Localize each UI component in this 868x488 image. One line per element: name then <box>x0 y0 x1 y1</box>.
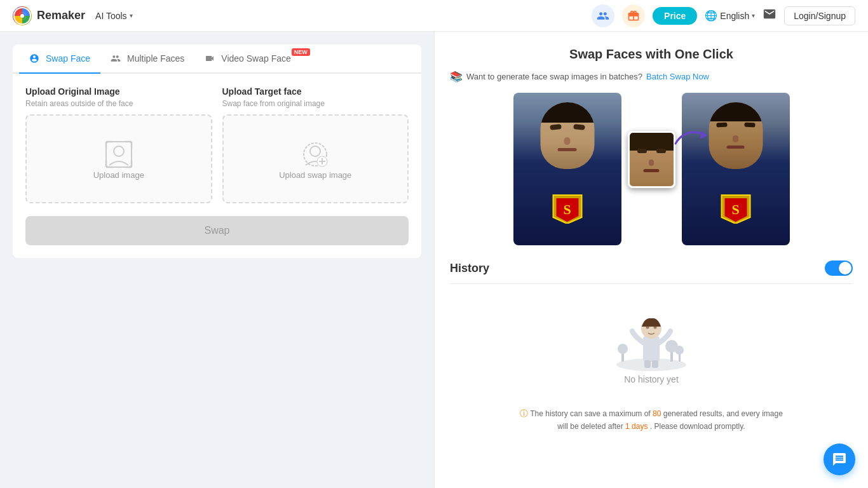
tabs-container: Swap Face Multiple Faces Video Swap Face… <box>13 44 421 74</box>
demo-image-original: S <box>513 93 621 245</box>
upload-target-dropzone[interactable]: Upload swap image <box>222 114 409 203</box>
ai-tools-menu[interactable]: AI Tools ▾ <box>90 8 138 24</box>
svg-text:S: S <box>731 201 739 217</box>
svg-point-2 <box>20 14 24 18</box>
demo-images: S <box>450 93 853 245</box>
header-left: Remaker AI Tools ▾ <box>13 6 138 25</box>
svg-rect-35 <box>652 360 658 368</box>
upload-row: Upload Original Image Retain areas outsi… <box>25 86 409 203</box>
svg-point-13 <box>310 146 320 156</box>
right-panel-title: Swap Faces with One Click <box>450 47 853 62</box>
brand-name: Remaker <box>37 9 85 22</box>
demo-image-result: S <box>682 93 790 245</box>
upload-target-title: Upload Target face <box>222 86 409 97</box>
history-note-part4: . Please download promptly. <box>650 422 745 431</box>
upload-target-box: Upload Target face Swap face from origin… <box>222 86 409 203</box>
history-note-part1: The history can save a maximum of <box>530 409 650 418</box>
history-note-part3: will be deleted after <box>557 422 623 431</box>
chevron-down-icon: ▾ <box>130 12 133 19</box>
history-note: ⓘ The history can save a maximum of 80 g… <box>450 407 853 433</box>
header-right: Price 🌐 English ▾ Login/Signup <box>592 4 855 27</box>
team-icon-button[interactable] <box>592 4 614 27</box>
history-empty-state: No history yet <box>450 292 853 407</box>
upload-original-title: Upload Original Image <box>25 86 212 97</box>
language-label: English <box>720 11 749 21</box>
svg-text:S: S <box>563 201 571 217</box>
face-upload-icon <box>103 139 135 170</box>
upload-original-dropzone[interactable]: Upload image <box>25 114 212 203</box>
tab-video-swap-label: Video Swap Face <box>221 53 290 64</box>
superman-shield-left: S <box>550 192 585 224</box>
lang-chevron-icon: ▾ <box>752 12 755 19</box>
history-title: History <box>450 262 489 275</box>
tab-swap-face-label: Swap Face <box>46 53 90 64</box>
login-signup-button[interactable]: Login/Signup <box>784 6 855 25</box>
svg-point-27 <box>618 344 628 354</box>
tab-multiple-faces-label: Multiple Faces <box>127 53 184 64</box>
upload-original-subtitle: Retain areas outside of the face <box>25 99 212 108</box>
svg-point-31 <box>675 346 684 355</box>
svg-rect-34 <box>644 360 651 368</box>
new-badge: NEW <box>292 48 310 56</box>
toggle-knob <box>839 262 851 274</box>
stack-icon: 📚 <box>450 71 463 83</box>
swap-upload-icon <box>299 139 331 170</box>
history-header: History <box>450 261 853 284</box>
history-max-count: 80 <box>653 409 661 418</box>
no-history-text: No history yet <box>624 374 679 384</box>
swap-arrow <box>628 131 675 207</box>
price-button[interactable]: Price <box>653 7 697 25</box>
upload-section: Upload Original Image Retain areas outsi… <box>13 74 421 258</box>
empty-illustration <box>610 304 693 374</box>
swap-button[interactable]: Swap <box>25 216 409 245</box>
svg-rect-32 <box>643 336 660 362</box>
language-selector[interactable]: 🌐 English ▾ <box>705 10 755 22</box>
upload-original-box: Upload Original Image Retain areas outsi… <box>25 86 212 203</box>
gift-icon-button[interactable] <box>622 4 645 27</box>
right-panel: Swap Faces with One Click 📚 Want to gene… <box>434 32 868 488</box>
header: Remaker AI Tools ▾ Price 🌐 English ▾ <box>0 0 868 32</box>
batch-row: 📚 Want to generate face swap images in b… <box>450 71 853 83</box>
ai-tools-label: AI Tools <box>95 11 127 21</box>
logo-icon[interactable] <box>13 6 32 25</box>
history-toggle[interactable] <box>825 261 853 276</box>
arrow-icon <box>672 125 710 150</box>
batch-text: Want to generate face swap images in bat… <box>466 72 642 81</box>
globe-icon: 🌐 <box>705 10 717 22</box>
main-layout: Swap Face Multiple Faces Video Swap Face… <box>0 32 868 488</box>
tab-multiple-faces[interactable]: Multiple Faces <box>100 44 194 74</box>
superman-shield-right: S <box>718 192 753 224</box>
history-section: History <box>450 261 853 433</box>
mail-icon-button[interactable] <box>763 7 776 24</box>
svg-point-4 <box>114 146 124 156</box>
upload-target-subtitle: Swap face from original image <box>222 99 409 108</box>
chat-icon <box>832 452 847 467</box>
tab-video-swap[interactable]: Video Swap Face NEW <box>194 44 308 74</box>
history-note-part2: generated results, and every image <box>663 409 783 418</box>
upload-target-text: Upload swap image <box>279 170 351 180</box>
upload-original-text: Upload image <box>93 170 144 180</box>
left-panel: Swap Face Multiple Faces Video Swap Face… <box>0 32 434 488</box>
batch-swap-link[interactable]: Batch Swap Now <box>646 72 709 81</box>
svg-marker-21 <box>700 131 707 139</box>
chat-button[interactable] <box>824 444 855 475</box>
tab-swap-face[interactable]: Swap Face <box>19 44 100 74</box>
history-days: 1 days <box>625 422 648 431</box>
